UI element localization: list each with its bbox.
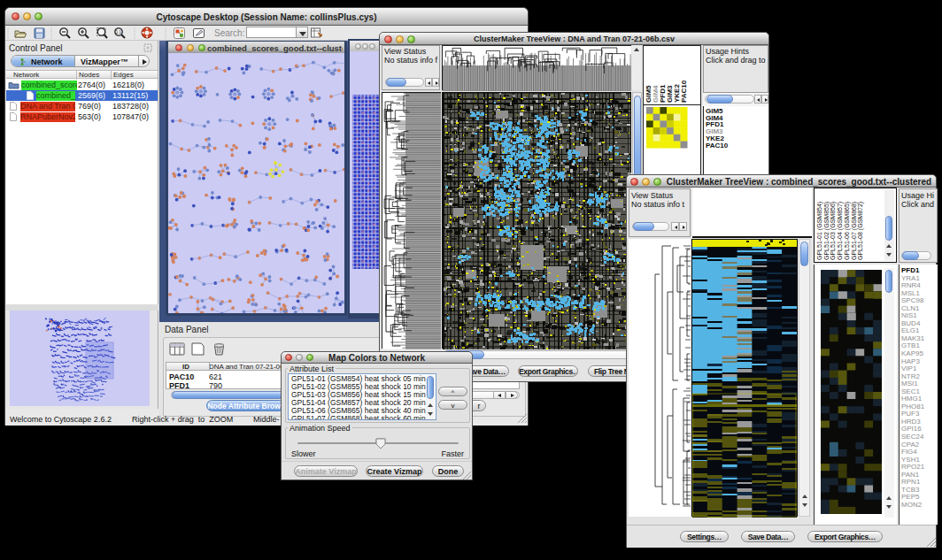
svg-text:1:1: 1:1	[116, 30, 122, 35]
svg-text:PAC10: PAC10	[680, 80, 688, 103]
svg-text:GPL51-08 (GSM872): GPL51-08 (GSM872)	[857, 202, 864, 260]
